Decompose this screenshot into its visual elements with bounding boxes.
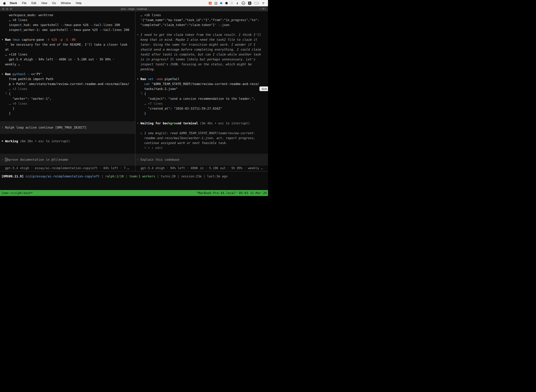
text-span: ↳ — [137, 131, 144, 135]
composer-input[interactable]: › Improve documentation in @filename — [0, 154, 135, 166]
text-span: 1 new msg(s): read $OMX_TEAM_STATE_ROOT/… — [144, 131, 255, 135]
text-span: pending. — [137, 67, 155, 71]
text-span: "completed","claim_token":"claim-token"}… — [137, 23, 230, 27]
window-title-bar[interactable]: omx --xhigh --madmax ⌥⌘1 — [0, 6, 268, 11]
text-span: | — [100, 175, 105, 178]
text-span: gpt-5.4 xhigh · essay/ai-reimplementatio… — [1, 166, 129, 170]
text-span: tmux — [13, 38, 22, 42]
ralph-loop-banner[interactable]: › Ralph loop active continue [OMX_TMUX_I… — [0, 121, 135, 134]
text-span: nd terminal — [178, 121, 200, 125]
battery-percent-badge[interactable]: 61 — [242, 1, 245, 5]
pane-right-bottom: › Explain this codebase gpt-5.4 xhigh · … — [135, 153, 268, 171]
terminal-line: … +16 lines — [135, 13, 268, 18]
terminal-line: inspect_hud: omx sparkshell --tmux-pane … — [0, 23, 135, 27]
text-span: Ran — [140, 77, 148, 81]
terminal-line — [135, 116, 268, 121]
wifi-icon[interactable] — [262, 2, 265, 5]
window-title: omx --xhigh --madmax — [0, 7, 268, 10]
terminal-line: readme-and-reco/mailbox/worker-1.json, a… — [135, 135, 268, 140]
omx-hud-line: [OMX#0.11.9] cczip/essay/ai-reimplementa… — [0, 174, 268, 179]
minimize-button[interactable] — [6, 8, 8, 10]
screen-capture-popover[interactable]: Scre — [259, 86, 268, 91]
text-span: "created_at": "2026-03-31T11:59:27.816Z" — [137, 107, 222, 110]
text-span: … +9 lines — [9, 102, 27, 105]
text-span: • — [1, 38, 5, 42]
text-span: is in progress? It seems likely but perh… — [137, 58, 255, 61]
text-span: › — [137, 158, 140, 161]
text-span — [137, 117, 139, 120]
active-app-name[interactable]: Slack — [10, 2, 17, 5]
text-span: tasks/task-2.json" — [137, 87, 178, 91]
pane-left-composer[interactable]: › Improve documentation in @filename — [0, 154, 135, 166]
dark-circle-icon[interactable] — [225, 2, 228, 5]
mailbox-notice-line: ↳ 1 new msg(s): read $OMX_TEAM_STATE_ROO… — [135, 131, 268, 135]
text-span: cat — [144, 82, 152, 86]
menu-item-help[interactable]: Help — [76, 2, 81, 5]
terminal-line: keep that in mind. Maybe I also need the… — [135, 37, 268, 42]
text-span — [1, 67, 3, 71]
menu-item-edit[interactable]: Edit — [31, 2, 36, 5]
terminal-line — [135, 126, 268, 131]
text-span: › — [1, 158, 5, 161]
zoom-button[interactable] — [10, 8, 12, 10]
text-span: { — [144, 92, 146, 96]
menu-item-file[interactable]: File — [22, 2, 27, 5]
terminal-window: omx --xhigh --madmax ⌥⌘1 workspace_mode:… — [0, 6, 268, 196]
text-span: gpt-5.4 xhigh · 94% left · 488K in · 5.1… — [1, 58, 115, 61]
terminal-line: … +7 lines — [135, 101, 268, 106]
tmux-pane-bottom[interactable]: [OMX#0.11.9] cczip/essay/ai-reimplementa… — [0, 171, 268, 190]
text-span: workspace_mode: worktree — [1, 13, 53, 17]
text-span — [1, 102, 9, 105]
figure-icon[interactable] — [236, 2, 239, 5]
app-menus: FileEditViewGoWindowHelp — [22, 2, 81, 5]
apple-menu-icon[interactable] — [3, 2, 6, 5]
composer-input[interactable]: › Explain this codebase — [135, 154, 268, 166]
terminal-line: } — [0, 111, 135, 116]
tmux-pane-right[interactable]: … +16 lines '{"team_name":"my-team","tas… — [135, 11, 268, 171]
text-span: (6m 38s • esc to interrupt) — [20, 140, 70, 143]
terminal-line: ⌥ + ↑ edit — [135, 145, 268, 150]
terminal-line: … +3 lines — [0, 86, 135, 91]
terminal-line: workspace_mode: worktree — [0, 13, 135, 18]
grid-icon[interactable] — [215, 2, 217, 5]
battery-icon[interactable] — [254, 2, 259, 4]
pane-left-bottom: › Improve documentation in @filename gpt… — [0, 153, 135, 171]
tmux-session-label: [omx-cczip0:bash* — [1, 191, 33, 195]
traffic-lights — [2, 8, 12, 10]
text-span: Ran — [5, 38, 13, 42]
text-span: capture-pane — [22, 38, 46, 42]
tmux-pane-left[interactable]: workspace_mode: worktree … +9 lines insp… — [0, 11, 135, 171]
text-span: '{"team_name":"my-team","task_id":"1","f… — [137, 18, 259, 22]
text-span: • — [137, 33, 140, 37]
text-span: … +16 lines — [137, 13, 161, 17]
text-span — [1, 117, 3, 120]
text-span: continue assigned work or next feasible … — [137, 141, 228, 145]
text-span: | — [201, 175, 207, 178]
terminal-line: … +9 lines — [0, 101, 135, 106]
text-span: … +3 lines — [9, 87, 27, 91]
text-span: - <<'PY' — [27, 72, 42, 76]
text-span: | — [176, 175, 181, 178]
pane-right-composer[interactable]: › Explain this codebase — [135, 154, 268, 166]
terminal-line: at — [0, 47, 135, 52]
menu-item-window[interactable]: Window — [61, 2, 71, 5]
droplet-icon[interactable] — [220, 2, 223, 5]
text-span — [137, 82, 144, 86]
screen-recording-stop-icon[interactable] — [209, 2, 211, 5]
menu-bar-status-icons: 61 A — [209, 1, 265, 5]
terminal-line — [0, 32, 135, 37]
close-button[interactable] — [2, 8, 5, 10]
menu-item-view[interactable]: View — [41, 2, 47, 5]
text-span: └ — [1, 43, 11, 46]
terminal-line: inspect task2's JSON, focusing on the st… — [135, 62, 268, 67]
input-source-icon[interactable]: A — [248, 2, 251, 5]
waiting-status-line: • Waiting for background terminal (3m 46… — [135, 121, 268, 126]
pane-right-scrollback: … +16 lines '{"team_name":"my-team","tas… — [135, 13, 268, 150]
menu-item-go[interactable]: Go — [52, 2, 56, 5]
text-span — [137, 126, 139, 130]
text-span: … +9 lines — [1, 18, 27, 22]
text-span: task2 after task1 is complete, but can I… — [137, 53, 261, 56]
terminal-line: pending. — [135, 67, 268, 72]
dots-grid-icon[interactable] — [231, 2, 233, 5]
terminal-line: inspect_worker-1: omx sparkshell --tmux-… — [0, 27, 135, 32]
